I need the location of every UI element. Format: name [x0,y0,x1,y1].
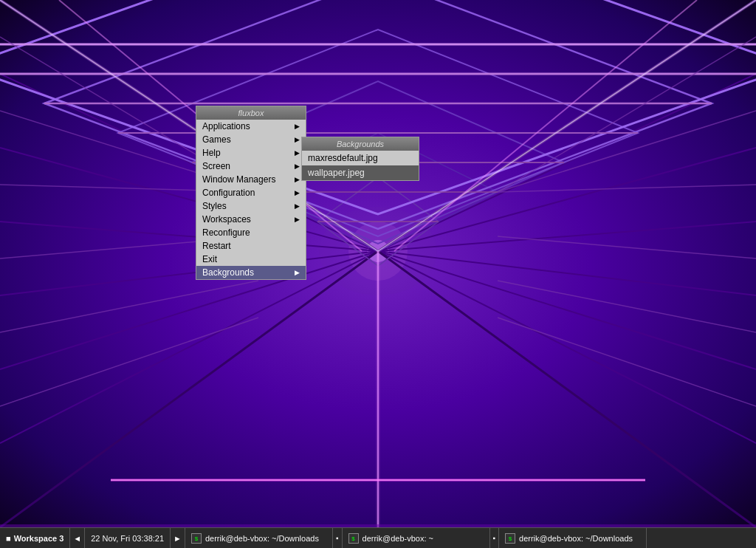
submenu-arrow-icon: ▶ [295,202,300,210]
workspace-icon: ■ [6,534,11,543]
menu-item-screen[interactable]: Screen ▶ [196,160,306,173]
menu-item-exit[interactable]: Exit [196,253,306,266]
submenu-item-maxresdefault[interactable]: maxresdefault.jpg [302,151,419,165]
taskbar-window-1[interactable]: $ derrik@deb-vbox: ~/Downloads [185,528,333,548]
arrow-right-icon: ► [173,534,182,543]
taskbar: ■ Workspace 3 ◄ 22 Nov, Fri 03:38:21 ► $… [0,527,756,548]
submenu-item-wallpaper[interactable]: wallpaper.jpeg [302,165,419,180]
submenu-arrow-icon: ▶ [295,162,300,170]
terminal-icon-1: $ [191,533,202,544]
submenu-title: Backgrounds [301,137,419,151]
submenu-arrow-icon: ▶ [295,269,300,276]
submenu-arrow-icon: ▶ [295,189,300,196]
menu-item-games[interactable]: Games ▶ [196,133,306,146]
menu-item-applications[interactable]: Applications ▶ [196,120,306,133]
menu-item-window-managers[interactable]: Window Managers ▶ [196,173,306,186]
submenu-backgrounds: Backgrounds maxresdefault.jpg wallpaper.… [301,137,419,181]
taskbar-prev-arrow[interactable]: ◄ [70,528,85,548]
tunnel-svg [0,0,756,527]
menu-item-styles[interactable]: Styles ▶ [196,199,306,213]
menu-item-backgrounds[interactable]: Backgrounds ▶ [196,266,306,279]
context-menu: fluxbox Applications ▶ Games ▶ Help ▶ Sc… [196,106,306,280]
menu-item-reconfigure[interactable]: Reconfigure [196,226,306,239]
window-icon-1: ▪ [336,534,339,542]
menu-item-configuration[interactable]: Configuration ▶ [196,186,306,199]
taskbar-datetime: 22 Nov, Fri 03:38:21 [85,528,171,548]
submenu-arrow-icon: ▶ [295,216,300,223]
taskbar-workspace[interactable]: ■ Workspace 3 [0,528,70,548]
submenu-arrow-icon: ▶ [295,149,300,157]
window-icon-2: ▪ [493,534,496,542]
terminal-icon-3: $ [505,533,515,544]
desktop-background [0,0,756,548]
submenu-arrow-icon: ▶ [295,136,300,143]
taskbar-next-arrow[interactable]: ► [171,528,185,548]
menu-item-workspaces[interactable]: Workspaces ▶ [196,213,306,226]
menu-body: Applications ▶ Games ▶ Help ▶ Screen ▶ W… [196,120,306,280]
menu-item-restart[interactable]: Restart [196,239,306,253]
submenu-arrow-icon: ▶ [295,176,300,183]
menu-title: fluxbox [196,106,306,120]
submenu-body: maxresdefault.jpg wallpaper.jpeg [301,151,419,181]
menu-item-help[interactable]: Help ▶ [196,146,306,160]
taskbar-window-2[interactable]: $ derrik@deb-vbox: ~ [343,528,490,548]
submenu-arrow-icon: ▶ [295,123,300,130]
taskbar-window-1-icon: ▪ [333,528,343,548]
taskbar-window-2-icon: ▪ [490,528,500,548]
terminal-icon-2: $ [348,533,359,544]
taskbar-window-3[interactable]: $ derrik@deb-vbox: ~/Downloads [499,528,647,548]
arrow-left-icon: ◄ [73,534,81,543]
